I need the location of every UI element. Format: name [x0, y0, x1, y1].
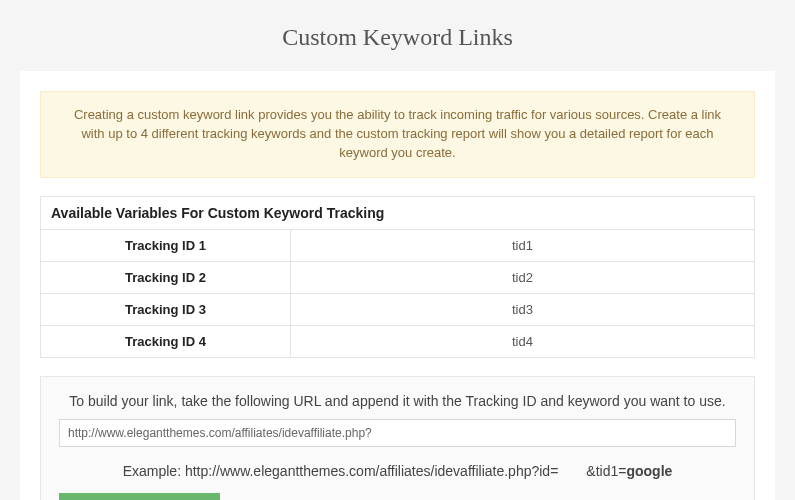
table-row: Tracking ID 2 tid2: [41, 261, 755, 293]
tracking-id-value: tid2: [290, 261, 754, 293]
variables-table-header: Available Variables For Custom Keyword T…: [41, 196, 755, 229]
tracking-id-value: tid1: [290, 229, 754, 261]
builder-example: Example: http://www.elegantthemes.com/af…: [59, 463, 736, 479]
variables-table: Available Variables For Custom Keyword T…: [40, 196, 755, 358]
table-row: Tracking ID 3 tid3: [41, 293, 755, 325]
tracking-id-value: tid4: [290, 325, 754, 357]
example-gap: [558, 463, 586, 479]
tracking-id-label: Tracking ID 4: [41, 325, 291, 357]
base-url-input[interactable]: [59, 419, 736, 447]
info-alert: Creating a custom keyword link provides …: [40, 91, 755, 178]
example-param-value: google: [626, 463, 672, 479]
example-prefix: Example: http://www.elegantthemes.com/af…: [123, 463, 559, 479]
example-param-key: &tid1=: [586, 463, 626, 479]
main-panel: Creating a custom keyword link provides …: [20, 71, 775, 500]
tracking-id-label: Tracking ID 3: [41, 293, 291, 325]
table-row: Tracking ID 1 tid1: [41, 229, 755, 261]
link-builder: To build your link, take the following U…: [40, 376, 755, 500]
view-tutorial-button[interactable]: VIEW THE TUTORIAL: [59, 493, 220, 500]
page-title: Custom Keyword Links: [0, 0, 795, 71]
builder-instruction: To build your link, take the following U…: [59, 393, 736, 409]
table-row: Tracking ID 4 tid4: [41, 325, 755, 357]
tracking-id-value: tid3: [290, 293, 754, 325]
tracking-id-label: Tracking ID 1: [41, 229, 291, 261]
tracking-id-label: Tracking ID 2: [41, 261, 291, 293]
